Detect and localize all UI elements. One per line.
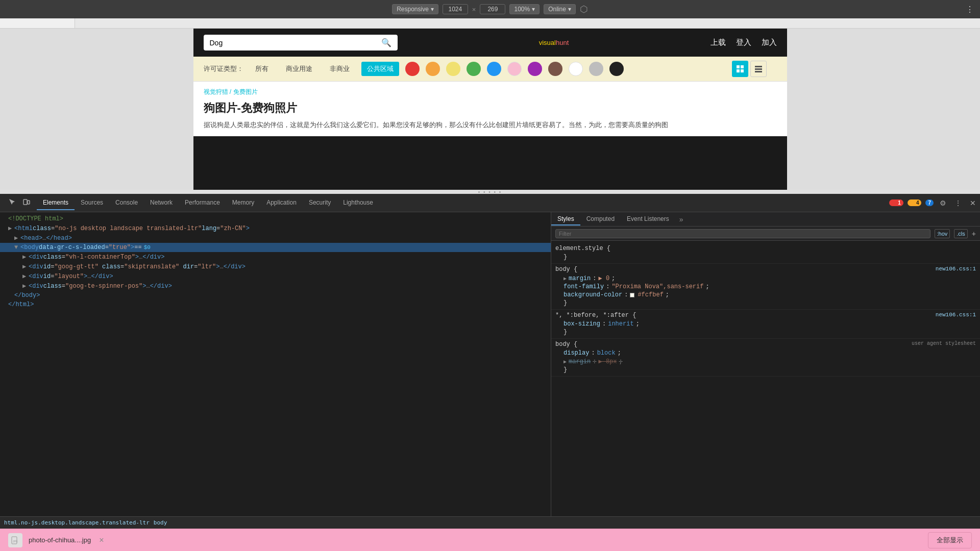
styles-filter-bar: :hov .cls + — [551, 227, 980, 241]
color-swatch-brown[interactable] — [548, 62, 562, 76]
svg-rect-2 — [737, 69, 740, 72]
cls-button[interactable]: .cls — [954, 229, 968, 238]
font-family-val: "Proxima Nova",sans-serif — [611, 283, 703, 290]
color-swatch-black[interactable] — [609, 62, 624, 76]
filter-non-commercial[interactable]: 非商业 — [324, 62, 355, 76]
nav-upload[interactable]: 上载 — [710, 38, 726, 47]
close-devtools-button[interactable]: ✕ — [968, 197, 978, 209]
ua-margin-arrow: ▶ — [564, 359, 567, 365]
tab-memory[interactable]: Memory — [226, 196, 260, 210]
styles-tab-more[interactable]: » — [675, 213, 688, 226]
div-container-ellipsis: … — [139, 254, 142, 261]
color-swatch-blue[interactable] — [487, 62, 501, 76]
online-selector[interactable]: Online ▾ — [544, 4, 576, 14]
download-close-button[interactable]: × — [99, 536, 104, 545]
tab-elements[interactable]: Elements — [37, 196, 75, 210]
dom-div-spinner: ▶ <div class="goog-te-spinner-pos" > … <… — [0, 281, 551, 291]
tab-performance[interactable]: Performance — [179, 196, 226, 210]
bgcolor-prop: background-color — [564, 291, 622, 298]
tab-lighthouse[interactable]: Lighthouse — [337, 196, 379, 210]
div-goog-arrow[interactable]: ▶ — [22, 263, 29, 270]
list-view-button[interactable] — [750, 61, 767, 77]
height-input[interactable] — [480, 4, 505, 14]
show-all-button[interactable]: 全部显示 — [928, 532, 972, 548]
zoom-selector[interactable]: 100% ▾ — [509, 4, 540, 14]
color-swatch-orange[interactable] — [426, 62, 440, 76]
settings-button[interactable]: ⚙ — [938, 197, 948, 209]
display-colon: : — [591, 349, 595, 357]
dom-head: ▶ <head> … </head> — [0, 233, 551, 243]
color-swatch-yellow[interactable] — [446, 62, 460, 76]
color-swatch-red[interactable] — [405, 62, 420, 76]
online-label: Online — [548, 6, 566, 13]
status-crumb-html[interactable]: html.no-js.desktop.landscape.translated-… — [4, 519, 150, 526]
drag-handle[interactable]: • • • • • — [0, 190, 980, 194]
status-crumb-body[interactable]: body — [154, 519, 167, 526]
dom-html: ▶ <html class="no-js desktop landscape t… — [0, 223, 551, 233]
ua-margin-semi: ; — [619, 358, 622, 365]
bgcolor-colon: : — [624, 291, 628, 298]
div-spinner-tag: <div — [29, 283, 43, 290]
search-bar[interactable]: 🔍 — [204, 35, 398, 51]
device-toolbar-button[interactable] — [20, 196, 33, 210]
site-content: 视觉狩猎 / 免费图片 狗图片-免费狗照片 据说狗是人类最忠实的伴侣，这就是为什… — [193, 82, 787, 136]
styles-tab-styles[interactable]: Styles — [551, 213, 580, 226]
div-layout-close: > — [84, 273, 87, 280]
svg-rect-5 — [755, 68, 762, 70]
more-options-button[interactable]: ⋮ — [966, 5, 974, 14]
hov-button[interactable]: :hov — [935, 229, 950, 238]
div-container-arrow[interactable]: ▶ — [22, 253, 29, 261]
color-swatch-lightgray[interactable] — [589, 62, 603, 76]
body-selector-1: body { new106.css:1 — [555, 266, 976, 273]
color-swatch-green[interactable] — [467, 62, 481, 76]
universal-brace-close: } — [564, 329, 567, 336]
body-source-1[interactable]: new106.css:1 — [936, 266, 976, 272]
head-arrow[interactable]: ▶ — [14, 234, 20, 242]
div-spinner-arrow[interactable]: ▶ — [22, 282, 29, 290]
breadcrumb[interactable]: 视觉狩猎 / 免费图片 — [204, 88, 777, 96]
universal-close: } — [555, 328, 976, 336]
filter-commercial[interactable]: 商业用途 — [280, 62, 318, 76]
tab-security[interactable]: Security — [303, 196, 337, 210]
bgcolor-preview — [630, 293, 634, 297]
dom-panel[interactable]: <!DOCTYPE html> ▶ <html class="no-js des… — [0, 212, 551, 516]
nav-join[interactable]: 加入 — [762, 38, 777, 47]
html-arrow[interactable]: ▶ — [8, 224, 14, 232]
tab-sources[interactable]: Sources — [75, 196, 109, 210]
styles-filter-input[interactable] — [555, 229, 930, 238]
tab-network[interactable]: Network — [144, 196, 179, 210]
search-icon[interactable]: 🔍 — [381, 38, 391, 47]
div-layout-arrow[interactable]: ▶ — [22, 272, 29, 280]
body-arrow[interactable]: ▼ — [14, 244, 20, 251]
svg-rect-7 — [23, 199, 27, 205]
dom-div-container: ▶ <div class="vh-l-containerTop" > … </d… — [0, 252, 551, 262]
color-swatch-white[interactable] — [569, 62, 583, 76]
filter-public[interactable]: 公共区域 — [361, 62, 399, 76]
color-swatch-purple[interactable] — [528, 62, 542, 76]
inspect-element-button[interactable] — [6, 196, 18, 210]
search-input[interactable] — [210, 39, 377, 47]
svg-rect-0 — [737, 65, 740, 68]
dom-body[interactable]: ▼ <body data-gr-c-s-loaded="true" > == $… — [0, 243, 551, 252]
div-goog-ellipsis: … — [220, 263, 224, 270]
tab-console[interactable]: Console — [109, 196, 144, 210]
styles-tab-event-listeners[interactable]: Event Listeners — [621, 213, 675, 226]
html-tag-open: <html — [14, 225, 33, 232]
styles-content[interactable]: element.style { } body { new106.css:1 ▶ … — [551, 241, 980, 516]
width-input[interactable] — [443, 4, 468, 14]
more-options-devtools-button[interactable]: ⋮ — [952, 197, 964, 209]
nav-login[interactable]: 登入 — [736, 38, 751, 47]
rotate-icon[interactable]: ⬡ — [580, 4, 588, 15]
status-bar: html.no-js.desktop.landscape.translated-… — [0, 516, 980, 529]
svg-text:JPG: JPG — [13, 540, 18, 543]
filter-all[interactable]: 所有 — [250, 62, 274, 76]
styles-tab-computed[interactable]: Computed — [580, 213, 621, 226]
tab-application[interactable]: Application — [260, 196, 303, 210]
add-style-button[interactable]: + — [972, 230, 976, 238]
responsive-selector[interactable]: Responsive ▾ — [392, 4, 438, 14]
universal-source[interactable]: new106.css:1 — [936, 312, 976, 318]
margin-semi: ; — [611, 275, 615, 282]
grid-view-button[interactable] — [732, 61, 748, 77]
color-swatch-pink[interactable] — [507, 62, 522, 76]
element-style-selector: element.style { — [555, 245, 976, 252]
